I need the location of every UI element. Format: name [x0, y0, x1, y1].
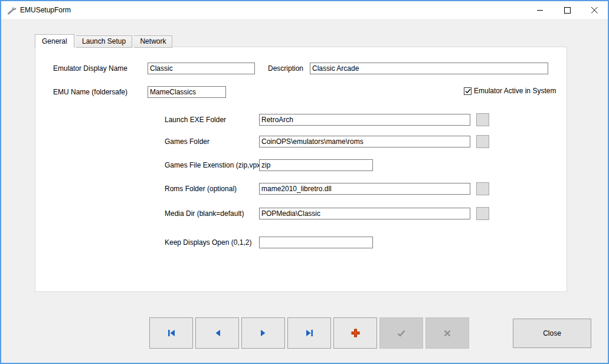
keep-displays-input[interactable] — [259, 237, 373, 248]
add-record-icon — [351, 329, 360, 337]
close-button[interactable]: Close — [513, 319, 591, 348]
roms-folder-browse-button[interactable] — [476, 182, 489, 195]
accept-icon — [397, 330, 405, 337]
cancel-button[interactable] — [425, 317, 469, 349]
previous-record-button[interactable] — [195, 317, 239, 349]
media-dir-label: Media Dir (blank=default) — [165, 209, 244, 218]
wrench-icon — [6, 5, 17, 15]
close-icon — [591, 7, 598, 14]
description-input[interactable] — [310, 63, 548, 74]
minimize-icon — [537, 7, 543, 14]
title-bar[interactable]: EMUSetupForm — [1, 1, 608, 19]
emu-name-input[interactable] — [148, 86, 226, 98]
window-title: EMUSetupForm — [20, 6, 71, 14]
emu-name-label: EMU Name (foldersafe) — [53, 88, 127, 96]
keep-displays-label: Keep Displays Open (0,1,2) — [165, 238, 251, 247]
launch-exe-input[interactable] — [259, 114, 470, 126]
media-dir-input[interactable] — [259, 208, 470, 219]
description-label: Description — [268, 64, 303, 73]
first-record-icon — [167, 329, 176, 337]
launch-exe-label: Launch EXE Folder — [165, 116, 226, 124]
roms-folder-label: Roms Folder (optional) — [165, 185, 237, 193]
games-folder-label: Games Folder — [165, 137, 209, 146]
minimize-button[interactable] — [526, 1, 554, 19]
cancel-icon — [444, 330, 451, 337]
launch-exe-browse-button[interactable] — [476, 113, 489, 126]
previous-record-icon — [214, 329, 221, 337]
games-folder-input[interactable] — [259, 136, 470, 147]
checkbox-check-icon — [464, 87, 472, 95]
games-ext-input[interactable] — [259, 159, 373, 171]
accept-button[interactable] — [379, 317, 423, 349]
emulator-active-checkbox[interactable]: Emulator Active in System — [464, 87, 556, 95]
add-record-button[interactable] — [333, 317, 377, 349]
roms-folder-input[interactable] — [259, 183, 470, 195]
display-name-label: Emulator Display Name — [53, 64, 127, 73]
games-folder-browse-button[interactable] — [476, 135, 489, 148]
next-record-button[interactable] — [241, 317, 285, 349]
maximize-button[interactable] — [554, 1, 581, 19]
last-record-icon — [305, 329, 314, 337]
media-dir-browse-button[interactable] — [476, 207, 489, 220]
display-name-input[interactable] — [148, 63, 255, 74]
games-ext-label: Games File Exenstion (zip,vpx) — [165, 161, 263, 169]
emu-setup-window: EMUSetupForm General Launch Setup Networ… — [0, 0, 609, 364]
tab-general[interactable]: General — [35, 34, 74, 48]
setup-tab-control: General Launch Setup Network Emulator Di… — [35, 34, 567, 292]
tab-network[interactable]: Network — [134, 35, 172, 48]
tab-launch-setup[interactable]: Launch Setup — [76, 35, 132, 48]
tab-strip: General Launch Setup Network — [35, 34, 172, 48]
first-record-button[interactable] — [149, 317, 193, 349]
last-record-button[interactable] — [287, 317, 331, 349]
close-window-button[interactable] — [581, 1, 608, 19]
emulator-active-label: Emulator Active in System — [474, 87, 556, 95]
maximize-icon — [564, 7, 571, 14]
next-record-icon — [260, 329, 267, 337]
